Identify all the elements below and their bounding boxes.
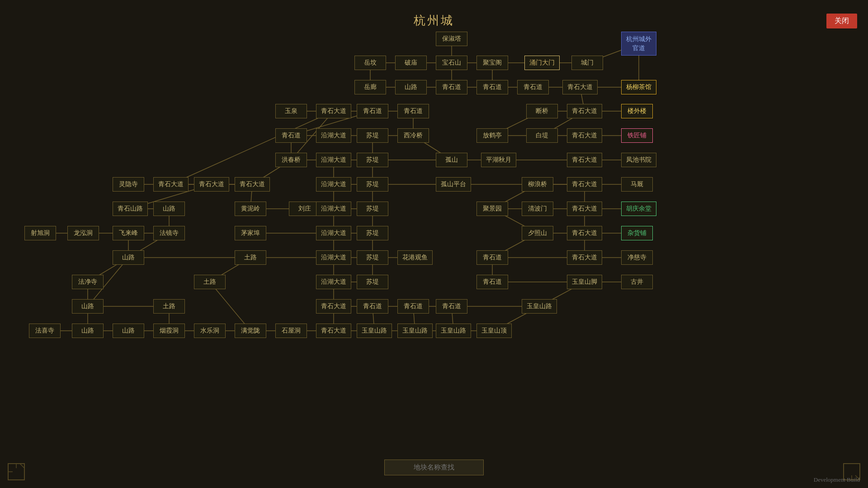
node-yanhu1[interactable]: 沿湖大道	[316, 128, 351, 143]
node-gujing[interactable]: 古井	[621, 275, 653, 289]
node-mafang[interactable]: 马厩	[621, 177, 653, 192]
node-fajingsi2[interactable]: 法净寺	[72, 275, 104, 289]
node-yuhuangshanlu4[interactable]: 玉皇山路	[397, 324, 433, 338]
node-qingshidadao1[interactable]: 青石大道	[562, 80, 598, 94]
node-suti3[interactable]: 苏堤	[357, 177, 388, 192]
node-xilengqiao[interactable]: 西冷桥	[397, 128, 429, 143]
node-suti6[interactable]: 苏堤	[357, 250, 388, 265]
node-qingshidao3[interactable]: 青石道	[517, 80, 549, 94]
node-liuliangchaguan[interactable]: 杨柳茶馆	[621, 80, 656, 94]
node-faxisi[interactable]: 法喜寺	[29, 324, 61, 338]
node-hangzhouchengwai[interactable]: 杭州城外 官道	[621, 32, 656, 56]
node-shuiledong[interactable]: 水乐洞	[194, 324, 226, 338]
node-yanhu7[interactable]: 沿湖大道	[316, 275, 351, 289]
node-shanlu7[interactable]: 山路	[113, 324, 144, 338]
node-yanxiadong[interactable]: 烟霞洞	[153, 324, 185, 338]
node-yanhu5[interactable]: 沿湖大道	[316, 226, 351, 240]
node-qingshidao2[interactable]: 青石道	[476, 80, 508, 94]
node-shanlu3[interactable]: 山路	[153, 202, 185, 216]
node-qingshidadao5[interactable]: 青石大道	[567, 153, 602, 167]
node-jujingyuan[interactable]: 聚景园	[476, 202, 508, 216]
node-qingshidao8[interactable]: 青石道	[476, 275, 508, 289]
node-qingshidao6[interactable]: 青石道	[275, 128, 307, 143]
node-qingshidadao13[interactable]: 青石大道	[316, 299, 351, 314]
node-yanhu6[interactable]: 沿湖大道	[316, 250, 351, 265]
node-yongmen[interactable]: 涌门大门	[524, 56, 560, 70]
node-huqingyutang[interactable]: 胡庆余堂	[621, 202, 656, 216]
node-qingshidao5[interactable]: 青石道	[397, 104, 429, 118]
node-qingshidadao9[interactable]: 青石大道	[567, 177, 602, 192]
node-qingshidao1[interactable]: 青石道	[436, 80, 467, 94]
node-shejiudong[interactable]: 射旭洞	[24, 226, 56, 240]
node-gushan[interactable]: 孤山	[436, 153, 467, 167]
node-maojiadun[interactable]: 茅家埠	[235, 226, 266, 240]
node-suti1[interactable]: 苏堤	[357, 128, 388, 143]
node-qingshidadao12[interactable]: 青石大道	[567, 250, 602, 265]
node-qingshidadao6[interactable]: 青石大道	[153, 177, 189, 192]
node-qingshishan[interactable]: 青石山路	[113, 202, 148, 216]
node-louwaiwai[interactable]: 楼外楼	[621, 104, 653, 118]
node-tulu3[interactable]: 土路	[153, 299, 185, 314]
node-fengchi[interactable]: 凤池书院	[621, 153, 656, 167]
node-gushanpt[interactable]: 孤山平台	[436, 177, 471, 192]
node-qingshidadao7[interactable]: 青石大道	[194, 177, 229, 192]
node-zahuopu[interactable]: 杂货铺	[621, 226, 653, 240]
node-shanlu2[interactable]: 山路	[395, 80, 427, 94]
node-qingshidadao2[interactable]: 青石大道	[316, 104, 351, 118]
node-shanlu5[interactable]: 山路	[72, 299, 104, 314]
node-qingshidao11[interactable]: 青石道	[436, 299, 467, 314]
node-yuhuangshandingg[interactable]: 玉皇山顶	[476, 324, 512, 338]
node-shiwudong[interactable]: 石屋洞	[275, 324, 307, 338]
node-yuquan[interactable]: 玉泉	[275, 104, 307, 118]
node-jubao[interactable]: 聚宝阁	[476, 56, 508, 70]
node-qingshidadao14[interactable]: 青石大道	[316, 324, 351, 338]
node-suti2[interactable]: 苏堤	[357, 153, 388, 167]
node-fajingsi[interactable]: 法镜寺	[153, 226, 185, 240]
node-duanqiao[interactable]: 断桥	[526, 104, 558, 118]
node-yanhu3[interactable]: 沿湖大道	[316, 177, 351, 192]
node-feilaifeng[interactable]: 飞来峰	[113, 226, 144, 240]
node-qingshidadao3[interactable]: 青石大道	[567, 104, 602, 118]
node-yanhu4[interactable]: 沿湖大道	[316, 202, 351, 216]
node-qingshidadao10[interactable]: 青石大道	[567, 202, 602, 216]
node-longhongdong[interactable]: 龙泓洞	[67, 226, 99, 240]
node-manlongdong[interactable]: 满觉陇	[235, 324, 266, 338]
node-qingshidao4[interactable]: 青石道	[357, 104, 388, 118]
node-shanlu4[interactable]: 山路	[113, 250, 144, 265]
node-pinghuwqiu[interactable]: 平湖秋月	[481, 153, 516, 167]
search-input[interactable]	[384, 460, 484, 475]
node-yuemu[interactable]: 岳坟	[354, 56, 386, 70]
node-yuemiao[interactable]: 岳廊	[354, 80, 386, 94]
node-baoshishan[interactable]: 宝石山	[436, 56, 467, 70]
node-qingshidao7[interactable]: 青石道	[476, 250, 508, 265]
node-yuhuangshanlu2[interactable]: 玉皇山路	[522, 299, 557, 314]
node-huangnilin[interactable]: 黄泥岭	[235, 202, 266, 216]
node-qingshidao10[interactable]: 青石道	[397, 299, 429, 314]
node-yanhu2[interactable]: 沿湖大道	[316, 153, 351, 167]
node-tulu2[interactable]: 土路	[194, 275, 226, 289]
node-yuhuangshanlu5[interactable]: 玉皇山路	[436, 324, 471, 338]
node-lingyin[interactable]: 灵隐寺	[113, 177, 144, 192]
node-qingshidadao8[interactable]: 青石大道	[235, 177, 270, 192]
node-qingshidadao11[interactable]: 青石大道	[567, 226, 602, 240]
node-qingbomen[interactable]: 清波门	[522, 202, 553, 216]
node-baidi[interactable]: 白堤	[526, 128, 558, 143]
node-tulu1[interactable]: 土路	[235, 250, 266, 265]
node-xizhaos[interactable]: 夕照山	[522, 226, 553, 240]
node-baosuita[interactable]: 保淑塔	[436, 32, 467, 46]
node-suti4[interactable]: 苏堤	[357, 202, 388, 216]
node-hongchunqiao[interactable]: 洪春桥	[275, 153, 307, 167]
node-pomiao[interactable]: 破庙	[395, 56, 427, 70]
node-tiedianpu[interactable]: 铁匠铺	[621, 128, 653, 143]
node-shanlu6[interactable]: 山路	[72, 324, 104, 338]
node-yuhuangshanlu3[interactable]: 玉皇山路	[357, 324, 392, 338]
node-fanghe[interactable]: 放鹤亭	[476, 128, 508, 143]
node-jingcisi[interactable]: 净慈寺	[621, 250, 653, 265]
close-button[interactable]: 关闭	[826, 14, 857, 28]
node-liulangqiao[interactable]: 柳浪桥	[522, 177, 553, 192]
node-yuhuangshanlu[interactable]: 玉皇山脚	[567, 275, 602, 289]
node-huagangguanyu[interactable]: 花港观鱼	[397, 250, 433, 265]
node-suti5[interactable]: 苏堤	[357, 226, 388, 240]
node-suti7[interactable]: 苏堤	[357, 275, 388, 289]
node-qingshidadao4[interactable]: 青石大道	[567, 128, 602, 143]
